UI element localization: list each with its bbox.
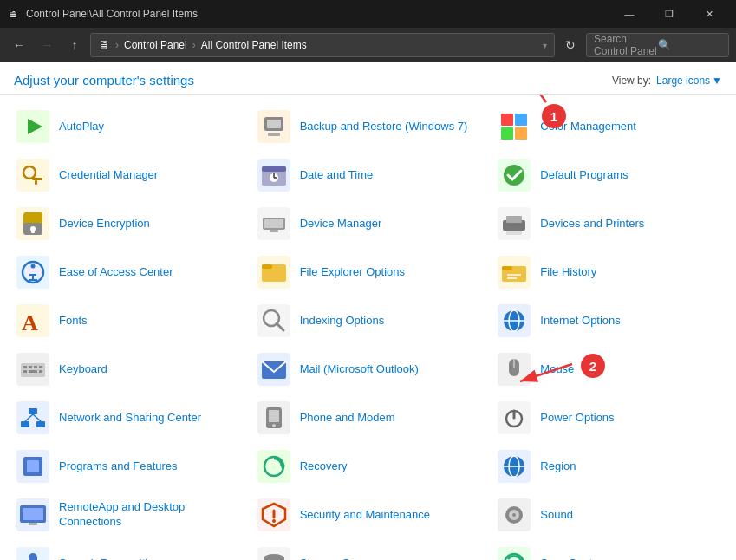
svg-point-105	[272, 519, 276, 523]
address-dropdown-icon[interactable]: ▾	[543, 41, 547, 50]
svg-rect-11	[501, 127, 513, 140]
item-label-devmgr: Device Manager	[300, 217, 382, 231]
search-box[interactable]: Search Control Panel 🔍	[586, 33, 729, 57]
item-filehist[interactable]: File History	[488, 248, 729, 296]
item-ease[interactable]: Ease of Access Center	[7, 248, 248, 296]
item-icon-internet	[497, 303, 531, 338]
item-mouse[interactable]: Mouse	[488, 345, 729, 394]
up-button[interactable]: ↑	[62, 33, 87, 57]
item-label-security: Security and Maintenance	[300, 508, 430, 523]
item-mail[interactable]: Mail (Microsoft Outlook)	[248, 345, 489, 394]
svg-rect-101	[29, 523, 37, 525]
item-label-sync: Sync Center	[540, 557, 602, 560]
address-bar[interactable]: 🖥 › Control Panel › All Control Panel It…	[90, 33, 555, 57]
view-by-dropdown[interactable]: Large icons ▼	[656, 75, 722, 87]
svg-rect-12	[515, 127, 527, 140]
close-button[interactable]: ✕	[689, 0, 729, 28]
item-backup[interactable]: Backup and Restore (Windows 7)	[248, 102, 489, 151]
item-power[interactable]: Power Options	[488, 394, 729, 442]
item-keyboard[interactable]: Keyboard	[7, 345, 248, 394]
item-label-ease: Ease of Access Center	[59, 265, 173, 280]
item-icon-datetime	[257, 158, 291, 192]
item-label-fileexp: File Explorer Options	[300, 265, 405, 280]
item-autoplay[interactable]: AutoPlay	[7, 102, 248, 151]
svg-rect-46	[262, 264, 272, 269]
item-programs[interactable]: Programs and Features	[7, 442, 248, 491]
svg-rect-63	[23, 366, 27, 368]
view-by-label: View by:	[612, 75, 651, 87]
item-label-speech: Speech Recognition	[59, 557, 160, 560]
item-icon-credential	[16, 158, 50, 192]
item-label-devenc: Device Encryption	[59, 217, 150, 231]
svg-rect-49	[502, 266, 512, 270]
item-icon-devprint	[497, 206, 531, 241]
item-icon-network	[16, 400, 50, 435]
item-icon-security	[257, 498, 291, 532]
svg-rect-37	[506, 231, 522, 235]
item-label-color: Color Management	[540, 120, 636, 134]
item-icon-ease	[16, 255, 50, 290]
item-icon-backup	[257, 109, 291, 144]
svg-point-84	[272, 424, 276, 427]
svg-rect-54	[257, 304, 290, 337]
item-icon-region	[497, 449, 531, 484]
svg-rect-65	[34, 366, 37, 368]
item-icon-autoplay	[16, 109, 50, 144]
item-icon-recovery	[257, 449, 291, 484]
item-label-internet: Internet Options	[540, 314, 621, 329]
titlebar: 🖥 Control Panel\All Control Panel Items …	[0, 0, 736, 28]
item-devmgr[interactable]: Device Manager	[248, 199, 489, 248]
item-icon-programs	[16, 449, 50, 484]
minimize-button[interactable]: —	[609, 0, 649, 28]
addressbar: ← → ↑ 🖥 › Control Panel › All Control Pa…	[0, 28, 736, 62]
svg-rect-10	[515, 114, 527, 126]
item-label-sound: Sound	[540, 508, 573, 523]
item-label-region: Region	[540, 459, 576, 474]
item-color[interactable]: Color Management	[488, 102, 729, 151]
address-path-part2: All Control Panel Items	[201, 39, 307, 51]
maximize-button[interactable]: ❐	[649, 0, 689, 28]
item-sync[interactable]: Sync Center	[488, 539, 729, 560]
item-label-filehist: File History	[540, 265, 596, 280]
item-label-indexing: Indexing Options	[300, 314, 385, 329]
item-devenc[interactable]: Device Encryption	[7, 199, 248, 248]
back-button[interactable]: ←	[7, 33, 31, 57]
item-icon-default	[497, 158, 531, 192]
item-sound[interactable]: Sound	[488, 491, 729, 539]
item-label-default: Default Programs	[540, 168, 628, 183]
item-security[interactable]: Security and Maintenance	[248, 491, 489, 539]
item-icon-devmgr	[257, 206, 291, 241]
item-icon-mail	[257, 352, 291, 387]
refresh-button[interactable]: ↻	[558, 33, 583, 57]
item-datetime[interactable]: Date and Time	[248, 151, 489, 199]
svg-rect-66	[39, 366, 42, 368]
item-indexing[interactable]: Indexing Options	[248, 296, 489, 345]
item-phone[interactable]: Phone and Modem	[248, 394, 489, 442]
item-icon-remoteapp	[16, 498, 50, 532]
item-label-mouse: Mouse	[540, 362, 574, 377]
item-region[interactable]: Region	[488, 442, 729, 491]
item-label-network: Network and Sharing Center	[59, 411, 201, 426]
svg-rect-68	[29, 370, 37, 373]
item-internet[interactable]: Internet Options	[488, 296, 729, 345]
search-icon: 🔍	[658, 39, 722, 51]
item-speech[interactable]: Speech Recognition	[7, 539, 248, 560]
address-icon: 🖥	[98, 38, 110, 52]
item-fileexp[interactable]: File Explorer Options	[248, 248, 489, 296]
content-header: Adjust your computer's settings View by:…	[0, 62, 736, 95]
item-devprint[interactable]: Devices and Printers	[488, 199, 729, 248]
forward-button[interactable]: →	[35, 33, 59, 57]
item-remoteapp[interactable]: RemoteApp and Desktop Connections	[7, 491, 248, 539]
item-label-datetime: Date and Time	[300, 168, 374, 183]
item-fonts[interactable]: AFonts	[7, 296, 248, 345]
item-network[interactable]: Network and Sharing Center	[7, 394, 248, 442]
item-default[interactable]: Default Programs	[488, 151, 729, 199]
item-storage[interactable]: Storage Spaces	[248, 539, 489, 560]
item-label-credential: Credential Manager	[59, 168, 158, 183]
item-label-recovery: Recovery	[300, 459, 348, 474]
item-credential[interactable]: Credential Manager	[7, 151, 248, 199]
item-label-power: Power Options	[540, 411, 614, 426]
page-title: Adjust your computer's settings	[14, 73, 194, 88]
item-recovery[interactable]: Recovery	[248, 442, 489, 491]
svg-rect-78	[36, 421, 45, 427]
